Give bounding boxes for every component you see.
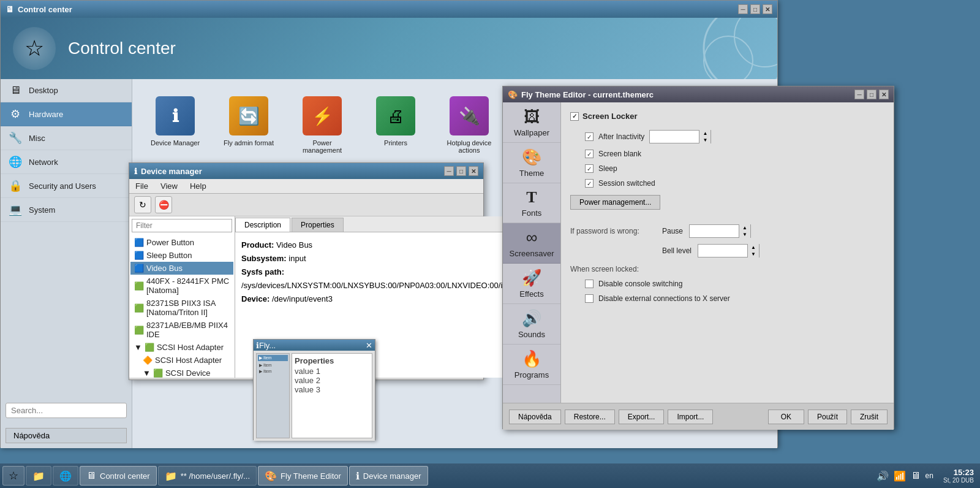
te-sidebar-fonts[interactable]: T Fonts [503, 183, 560, 223]
sidebar-item-system[interactable]: 💻 System [1, 198, 132, 222]
tree-item-power-button[interactable]: 🟦 Power Button [130, 236, 233, 249]
tree-item-sleep-button[interactable]: 🟦 Sleep Button [130, 249, 233, 262]
after-inactivity-up-btn[interactable]: ▲ [699, 130, 710, 137]
tray-volume-icon[interactable]: 🔊 [876, 470, 889, 482]
sidebar-item-desktop[interactable]: 🖥 Desktop [1, 79, 132, 102]
dm-device-label: Device: [241, 294, 270, 303]
taskbar-clock[interactable]: 15:23 St, 20 DUB [940, 468, 978, 484]
tree-item-scsi-device[interactable]: ▼ 🟩 SCSI Device [130, 367, 233, 378]
taskbar-theme-editor-btn[interactable]: 🎨 Fly Theme Editor [258, 466, 348, 486]
dm-refresh-btn[interactable]: ↻ [134, 196, 151, 213]
app-hotplug[interactable]: 🔌 Hotplug device actions [439, 91, 500, 159]
screen-blank-checkbox[interactable] [585, 150, 594, 158]
te-sidebar-sounds[interactable]: 🔊 Sounds [503, 304, 560, 345]
dm-tab-properties[interactable]: Properties [292, 218, 344, 232]
if-password-wrong-label: If password is wrong: [570, 227, 656, 235]
sidebar-help-button[interactable]: Nápověda [6, 428, 127, 443]
pause-down-btn[interactable]: ▼ [739, 231, 750, 238]
taskbar-file-manager-btn[interactable]: 📁 [26, 466, 51, 486]
sidebar-item-network[interactable]: 🌐 Network [1, 150, 132, 174]
dm-minimize-btn[interactable]: ─ [444, 166, 454, 176]
dm-maximize-btn[interactable]: □ [456, 166, 466, 176]
tray-display-icon[interactable]: 🖥 [911, 470, 921, 481]
taskbar-home-btn[interactable]: 📁 ** /home/user/.fly/... [158, 466, 257, 486]
dm-subsystem-value: input [288, 254, 306, 263]
session-switched-checkbox[interactable] [585, 179, 594, 188]
tree-icon-scsi-device: 🟩 [153, 368, 163, 378]
dm-product-value: Video Bus [276, 240, 312, 250]
taskbar: ☆ 📁 🌐 🖥 Control center 📁 ** /home/user/.… [0, 463, 980, 488]
after-inactivity-checkbox[interactable] [585, 132, 594, 141]
when-screen-locked-label: When screen locked: [570, 265, 656, 273]
bell-down-btn[interactable]: ▼ [748, 251, 759, 257]
tree-item-video-bus[interactable]: 🟦 Video Bus [130, 262, 233, 275]
tree-item-82371ab[interactable]: 🟩 82371AB/EB/MB PIIX4 IDE [130, 319, 233, 341]
te-ok-btn[interactable]: OK [768, 410, 804, 424]
sidebar-item-hardware[interactable]: ⚙ Hardware [1, 102, 132, 126]
cc-header-decoration [594, 18, 777, 79]
tray-network-icon[interactable]: 📶 [894, 470, 906, 482]
sidebar-item-misc[interactable]: 🔧 Misc [1, 126, 132, 150]
te-sidebar-theme[interactable]: 🎨 Theme [503, 143, 560, 183]
theme-editor-window: 🎨 Fly Theme Editor - current.themerc ─ □… [502, 86, 894, 429]
dm-menu-help[interactable]: Help [184, 180, 213, 192]
te-sidebar-programs[interactable]: 🔥 Programs [503, 345, 560, 385]
bell-level-input[interactable]: 50% [698, 246, 747, 255]
maximize-button[interactable]: □ [750, 4, 760, 14]
taskbar-start-button[interactable]: ☆ [2, 466, 24, 486]
te-minimize-btn[interactable]: ─ [854, 90, 864, 99]
dm-menu-view[interactable]: View [154, 180, 184, 192]
tray-lang[interactable]: en [925, 471, 933, 480]
dm-stop-btn[interactable]: ⛔ [155, 196, 172, 213]
taskbar-browser-btn[interactable]: 🌐 [53, 466, 78, 486]
te-settings-group: After Inactivity 10min ▲ ▼ Screen blank [570, 130, 884, 188]
tree-item-scsi-host-adapter[interactable]: ▼ 🟩 SCSI Host Adapter [130, 341, 233, 354]
app-device-manager[interactable]: ℹ Device Manager [145, 91, 206, 159]
app-printers[interactable]: 🖨 Printers [365, 91, 426, 159]
power-management-btn[interactable]: Power management... [570, 195, 660, 210]
te-sidebar-screensaver[interactable]: ∞ Screensaver [503, 223, 560, 264]
te-cancel-btn[interactable]: Zrušit [851, 410, 888, 424]
disable-external-checkbox[interactable] [585, 294, 594, 303]
bell-level-spinner[interactable]: 50% ▲ ▼ [698, 244, 760, 257]
tree-item-scsi-host-adapter-child[interactable]: 🔶 SCSI Host Adapter [130, 354, 233, 367]
sidebar-search-input[interactable] [6, 403, 127, 418]
taskbar-control-center-btn[interactable]: 🖥 Control center [80, 466, 157, 486]
minimize-button[interactable]: ─ [738, 4, 748, 14]
dm-menu-file[interactable]: File [129, 180, 154, 192]
sidebar-item-security[interactable]: 🔒 Security and Users [1, 174, 132, 198]
pause-input[interactable]: 2sec [690, 227, 739, 235]
mini-close-btn[interactable]: ✕ [366, 341, 372, 350]
te-export-btn[interactable]: Export... [619, 410, 665, 424]
after-inactivity-input[interactable]: 10min [650, 132, 699, 141]
close-button[interactable]: ✕ [763, 4, 772, 14]
te-maximize-btn[interactable]: □ [867, 90, 876, 99]
te-import-btn[interactable]: Import... [668, 410, 713, 424]
disable-console-checkbox[interactable] [585, 280, 594, 288]
screen-locker-checkbox[interactable] [570, 112, 579, 121]
dm-close-btn[interactable]: ✕ [469, 166, 478, 176]
te-sidebar-effects[interactable]: 🚀 Effects [503, 264, 560, 304]
dm-tab-description[interactable]: Description [235, 218, 290, 232]
tree-item-440fx[interactable]: 🟩 440FX - 82441FX PMC [Natoma] [130, 275, 233, 297]
app-power-management[interactable]: ⚡ Power management [292, 91, 353, 159]
pause-up-btn[interactable]: ▲ [739, 224, 750, 231]
sleep-checkbox[interactable] [585, 164, 594, 173]
te-apply-btn[interactable]: Použít [808, 410, 847, 424]
pause-spinner[interactable]: 2sec ▲ ▼ [689, 224, 751, 238]
dm-filter-input[interactable] [132, 219, 232, 232]
tree-item-82371sb[interactable]: 🟩 82371SB PIIX3 ISA [Natoma/Triton II] [130, 297, 233, 319]
te-help-btn[interactable]: Nápověda [509, 410, 561, 424]
bell-up-btn[interactable]: ▲ [748, 244, 759, 251]
te-sidebar-wallpaper[interactable]: 🖼 Wallpaper [503, 102, 560, 143]
te-label-wallpaper: Wallpaper [514, 128, 549, 137]
tree-label-video-bus: Video Bus [146, 264, 183, 273]
after-inactivity-spinner[interactable]: 10min ▲ ▼ [649, 130, 711, 143]
fly-admin-format-icon: 🔄 [229, 96, 268, 135]
after-inactivity-down-btn[interactable]: ▼ [699, 137, 710, 143]
te-close-btn[interactable]: ✕ [879, 90, 889, 99]
te-disable-external-row: Disable external connections to X server [570, 294, 884, 303]
te-restore-btn[interactable]: Restore... [565, 410, 615, 424]
taskbar-device-manager-btn[interactable]: ℹ Device manager [349, 466, 428, 486]
app-fly-admin-format[interactable]: 🔄 Fly admin format [218, 91, 279, 159]
